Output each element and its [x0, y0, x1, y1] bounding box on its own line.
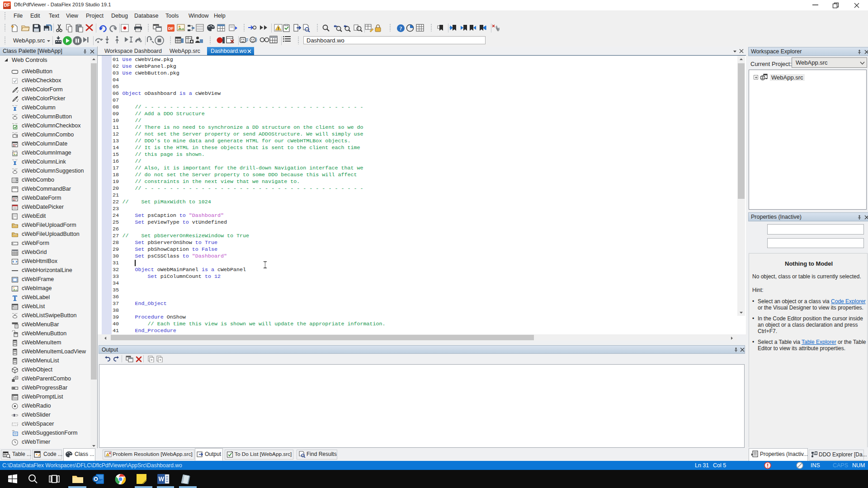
svg-text:DF: DF [168, 26, 174, 31]
svg-text:DF: DF [4, 3, 10, 8]
svg-text:?: ? [400, 25, 402, 32]
